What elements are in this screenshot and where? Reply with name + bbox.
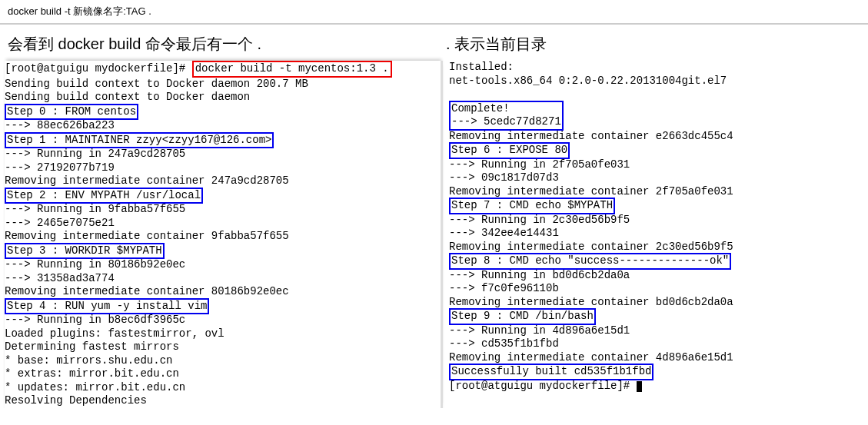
step0-highlight: Step 0 : FROM centos	[5, 104, 138, 121]
step9-highlight: Step 9 : CMD /bin/bash	[449, 308, 596, 325]
out-line: ---> 27192077b719	[5, 161, 436, 175]
out-line: Installed:	[449, 61, 863, 75]
out-line: ---> cd535f1b1fbd	[449, 337, 863, 351]
out-line: Step 8 : CMD echo "success--------------…	[449, 254, 863, 269]
line-prompt: [root@atguigu mydockerfile]# docker buil…	[5, 61, 436, 78]
step2-highlight: Step 2 : ENV MYPATH /usr/local	[5, 188, 203, 204]
cursor-icon	[637, 381, 642, 392]
step8-highlight: Step 8 : CMD echo "success--------------…	[449, 253, 731, 270]
complete-text: Complete!	[451, 102, 510, 115]
heading-right: . 表示当前目录	[446, 34, 547, 55]
out-line: Removing intermediate container 80186b92…	[5, 285, 436, 299]
out-line: Step 6 : EXPOSE 80	[449, 143, 863, 158]
top-command-bar: docker build -t 新镜像名字:TAG .	[0, 0, 868, 25]
out-line: Step 4 : RUN yum -y install vim	[5, 299, 436, 314]
top-command-text: docker build -t 新镜像名字:TAG .	[8, 5, 151, 17]
step3-highlight: Step 3 : WORKDIR $MYPATH	[5, 243, 165, 260]
out-line: ---> 31358ad3a774	[5, 272, 436, 286]
out-line: Complete! ---> 5cedc77d8271	[449, 101, 863, 130]
out-line: Successfully built cd535f1b1fbd	[449, 364, 863, 380]
out-line: Resolving Dependencies	[5, 394, 436, 408]
out-line: Removing intermediate container 9fabba57…	[5, 230, 436, 244]
out-line: ---> Running in 247a9cd28705	[5, 148, 436, 161]
complete-highlight: Complete! ---> 5cedc77d8271	[449, 101, 564, 131]
step7-highlight: Step 7 : CMD echo $MYPATH	[449, 198, 615, 214]
out-line: ---> f7c0fe96110b	[449, 282, 863, 296]
step4-highlight: Step 4 : RUN yum -y install vim	[5, 298, 209, 315]
out-line: Removing intermediate container 2c30ed56…	[449, 241, 863, 254]
out-line: * base: mirrors.shu.edu.cn	[5, 354, 436, 368]
out-line: * extras: mirror.bit.edu.cn	[5, 367, 436, 381]
out-line: Step 1 : MAINTAINER zzyy<zzyy167@126.com…	[5, 133, 436, 148]
out-line: ---> Running in 9fabba57f655	[5, 203, 436, 217]
out-line: ---> Running in bd0d6cb2da0a	[449, 269, 863, 283]
out-line: Step 0 : FROM centos	[5, 105, 436, 120]
out-line: ---> 09c1817d07d3	[449, 171, 863, 185]
out-line: Loaded plugins: fastestmirror, ovl	[5, 327, 436, 341]
out-line: ---> 88ec626ba223	[5, 119, 436, 133]
out-line: * updates: mirror.bit.edu.cn	[5, 381, 436, 395]
out-line: ---> Running in b8ec6df3965c	[5, 314, 436, 327]
terminal-right: Installed: net-tools.x86_64 0:2.0-0.22.2…	[443, 61, 863, 408]
out-line: Removing intermediate container e2663dc4…	[449, 130, 863, 144]
out-line: Determining fastest mirrors	[5, 340, 436, 354]
out-line: Sending build context to Docker daemon 2…	[5, 78, 436, 91]
line-prompt-end: [root@atguigu mydockerfile]#	[449, 380, 863, 393]
out-line: Removing intermediate container 247a9cd2…	[5, 174, 436, 188]
out-line: Removing intermediate container 4d896a6e…	[449, 351, 863, 365]
out-line: net-tools.x86_64 0:2.0-0.22.20131004git.…	[449, 75, 863, 88]
shell-prompt: [root@atguigu mydockerfile]#	[5, 62, 192, 75]
out-line: Step 9 : CMD /bin/bash	[449, 309, 863, 324]
terminal-left: [root@atguigu mydockerfile]# docker buil…	[5, 61, 443, 408]
out-line	[449, 88, 863, 101]
out-line: ---> 342ee4e14431	[449, 227, 863, 241]
shell-prompt-end: [root@atguigu mydockerfile]#	[449, 380, 637, 392]
build-command-highlight: docker build -t mycentos:1.3 .	[192, 61, 392, 78]
headings-row: 会看到 docker build 命令最后有一个 . . 表示当前目录	[0, 25, 868, 61]
out-line: Removing intermediate container 2f705a0f…	[449, 185, 863, 199]
success-highlight: Successfully built cd535f1b1fbd	[449, 364, 653, 380]
out-line: ---> Running in 2c30ed56b9f5	[449, 214, 863, 227]
terminal-columns: [root@atguigu mydockerfile]# docker buil…	[0, 61, 868, 408]
out-line: Removing intermediate container bd0d6cb2…	[449, 296, 863, 310]
out-line: Step 7 : CMD echo $MYPATH	[449, 198, 863, 214]
out-line: Step 3 : WORKDIR $MYPATH	[5, 244, 436, 259]
out-line: ---> Running in 4d896a6e15d1	[449, 324, 863, 338]
step6-highlight: Step 6 : EXPOSE 80	[449, 142, 570, 159]
step1-highlight: Step 1 : MAINTAINER zzyy<zzyy167@126.com…	[5, 132, 274, 149]
complete-hash: ---> 5cedc77d8271	[451, 115, 561, 128]
out-line: ---> Running in 2f705a0fe031	[449, 158, 863, 172]
out-line: Step 2 : ENV MYPATH /usr/local	[5, 188, 436, 204]
out-line: ---> 2465e7075e21	[5, 217, 436, 231]
out-line: Sending build context to Docker daemon	[5, 91, 436, 105]
heading-left: 会看到 docker build 命令最后有一个 .	[8, 34, 446, 55]
out-line: ---> Running in 80186b92e0ec	[5, 258, 436, 272]
